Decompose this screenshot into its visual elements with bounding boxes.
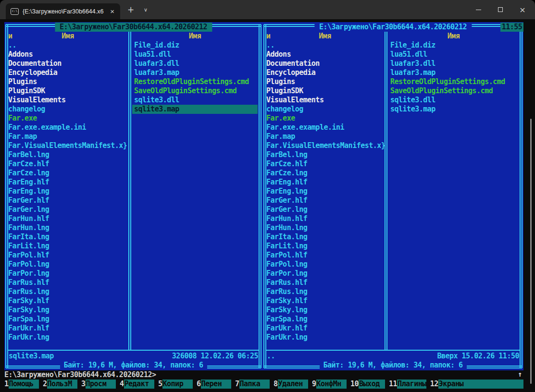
file-item[interactable]: FarGer.hlf bbox=[6, 196, 128, 205]
fkey-5-button[interactable]: 5Копир bbox=[158, 380, 197, 389]
file-item[interactable]: Far.exe.example.ini bbox=[264, 123, 385, 132]
file-item[interactable]: FarPor.lng bbox=[6, 269, 128, 278]
file-item[interactable]: FarSpa.lng bbox=[264, 315, 385, 324]
file-item[interactable]: FarPol.hlf bbox=[264, 251, 385, 260]
file-item[interactable]: Encyclopedia bbox=[264, 68, 385, 77]
fkey-11-button[interactable]: 11Плагины bbox=[389, 380, 430, 389]
file-item[interactable]: FarHun.hlf bbox=[6, 214, 128, 223]
file-item[interactable]: FarCze.hlf bbox=[264, 159, 385, 169]
file-item[interactable]: FarGer.lng bbox=[6, 205, 128, 214]
tab-dropdown-button[interactable]: ∨ bbox=[139, 0, 152, 19]
file-item[interactable]: SaveOldPluginSettings.cmd bbox=[132, 86, 258, 96]
file-item[interactable]: FarLit.lng bbox=[6, 242, 128, 251]
file-item[interactable]: changelog bbox=[6, 105, 128, 114]
file-item[interactable]: File_id.diz bbox=[388, 41, 519, 50]
file-item[interactable]: FarRus.hlf bbox=[6, 278, 128, 287]
fkey-2-button[interactable]: 2ПользМ bbox=[43, 380, 81, 389]
file-item[interactable]: FarSpa.lng bbox=[6, 315, 128, 324]
file-item[interactable]: FarRus.lng bbox=[6, 287, 128, 296]
file-item[interactable]: Plugins bbox=[6, 77, 128, 86]
file-item[interactable]: RestoreOldPluginSettings.cmd bbox=[132, 77, 258, 86]
file-item[interactable]: FarHun.hlf bbox=[264, 214, 385, 223]
file-item[interactable]: VisualElements bbox=[264, 96, 385, 105]
file-item[interactable]: FarUkr.hlf bbox=[6, 324, 128, 333]
file-item[interactable]: FarRus.hlf bbox=[264, 278, 385, 287]
file-item-selected[interactable]: sqlite3.map bbox=[132, 105, 258, 114]
file-item[interactable]: Encyclopedia bbox=[6, 68, 128, 77]
file-item[interactable]: FarEng.hlf bbox=[6, 178, 128, 187]
fkey-9-button[interactable]: 9КонфМн bbox=[312, 380, 350, 389]
fkey-10-button[interactable]: 10Выход bbox=[350, 380, 389, 389]
file-item[interactable]: FarEng.hlf bbox=[264, 178, 385, 187]
file-item[interactable]: Documentation bbox=[264, 59, 385, 68]
file-item[interactable]: Far.exe bbox=[6, 114, 128, 123]
file-item[interactable]: Far.VisualElementsManifest.x} bbox=[6, 141, 128, 150]
file-item[interactable]: FarPor.lng bbox=[264, 269, 385, 278]
file-item[interactable]: sqlite3.map bbox=[388, 105, 519, 114]
file-item[interactable]: FarSky.hlf bbox=[6, 296, 128, 306]
fkey-7-button[interactable]: 7Папка bbox=[235, 380, 274, 389]
file-item[interactable]: Far.exe.example.ini bbox=[6, 123, 128, 132]
file-item[interactable]: Far.map bbox=[264, 132, 385, 141]
new-tab-button[interactable]: + bbox=[124, 0, 137, 19]
file-item[interactable]: .. bbox=[6, 41, 128, 50]
file-item[interactable]: SaveOldPluginSettings.cmd bbox=[388, 86, 519, 96]
file-item[interactable]: PluginSDK bbox=[264, 86, 385, 96]
fkey-4-button[interactable]: 4Редакт bbox=[120, 380, 158, 389]
file-item[interactable]: FarIta.lng bbox=[6, 233, 128, 242]
file-item[interactable]: FarIta.lng bbox=[264, 233, 385, 242]
file-item[interactable]: FarUkr.hlf bbox=[264, 324, 385, 333]
file-item[interactable]: luafar3.dll bbox=[132, 59, 258, 68]
file-item[interactable]: .. bbox=[264, 41, 385, 50]
file-item[interactable]: Far.VisualElementsManifest.x} bbox=[264, 141, 385, 150]
file-item[interactable]: Addons bbox=[264, 50, 385, 59]
file-item[interactable]: PluginSDK bbox=[6, 86, 128, 96]
close-button[interactable]: × bbox=[511, 0, 534, 19]
file-item[interactable]: Plugins bbox=[264, 77, 385, 86]
fkey-1-button[interactable]: 1Помощь bbox=[4, 380, 43, 389]
minimize-button[interactable] bbox=[467, 0, 489, 19]
file-item[interactable]: File_id.diz bbox=[132, 41, 258, 50]
tab-close-icon[interactable]: × bbox=[109, 8, 115, 15]
file-item[interactable]: VisualElements bbox=[6, 96, 128, 105]
file-item[interactable]: Addons bbox=[6, 50, 128, 59]
file-item[interactable]: FarEng.lng bbox=[6, 187, 128, 196]
file-item[interactable]: FarCze.lng bbox=[6, 169, 128, 178]
file-item[interactable]: FarPol.hlf bbox=[6, 251, 128, 260]
file-item[interactable]: FarCze.hlf bbox=[6, 159, 128, 169]
file-item[interactable]: sqlite3.dll bbox=[132, 96, 258, 105]
file-item[interactable]: RestoreOldPluginSettings.cmd bbox=[388, 77, 519, 86]
file-item[interactable]: FarGer.hlf bbox=[264, 196, 385, 205]
file-item[interactable]: luafar3.dll bbox=[388, 59, 519, 68]
fkey-3-button[interactable]: 3Просм bbox=[81, 380, 120, 389]
file-item[interactable]: FarBel.lng bbox=[6, 150, 128, 159]
file-item[interactable]: FarUkr.lng bbox=[264, 333, 385, 342]
file-item[interactable]: FarGer.lng bbox=[264, 205, 385, 214]
fkey-12-button[interactable]: 12Экраны bbox=[430, 380, 523, 389]
file-item[interactable]: lua51.dll bbox=[388, 50, 519, 59]
file-item[interactable]: Far.map bbox=[6, 132, 128, 141]
file-item[interactable]: FarUkr.lng bbox=[6, 333, 128, 342]
file-item[interactable]: FarCze.lng bbox=[264, 169, 385, 178]
fkey-6-button[interactable]: 6Перен bbox=[197, 380, 235, 389]
file-item[interactable]: lua51.dll bbox=[132, 50, 258, 59]
file-item[interactable]: FarRus.lng bbox=[264, 287, 385, 296]
file-item[interactable]: FarHun.lng bbox=[6, 223, 128, 233]
terminal-tab[interactable]: c:\ {E:\Загружено\Far30b6644.x6 × bbox=[6, 3, 120, 19]
file-item[interactable]: luafar3.map bbox=[132, 68, 258, 77]
maximize-button[interactable] bbox=[489, 0, 511, 19]
scrollbar-thumb[interactable] bbox=[530, 119, 532, 384]
file-item[interactable]: FarSky.lng bbox=[6, 306, 128, 315]
file-item[interactable]: luafar3.map bbox=[388, 68, 519, 77]
file-item[interactable]: changelog bbox=[264, 105, 385, 114]
file-item[interactable]: Documentation bbox=[6, 59, 128, 68]
command-line[interactable]: E:\Загружено\Far30b6644.x64.20260212> bbox=[4, 370, 156, 380]
file-item[interactable]: FarHun.lng bbox=[264, 223, 385, 233]
file-item[interactable]: Far.exe bbox=[264, 114, 385, 123]
file-item[interactable]: FarLit.lng bbox=[264, 242, 385, 251]
file-item[interactable]: FarPol.lng bbox=[264, 260, 385, 269]
file-item[interactable]: FarSky.hlf bbox=[264, 296, 385, 306]
fkey-8-button[interactable]: 8Удален bbox=[274, 380, 312, 389]
file-item[interactable]: FarPol.lng bbox=[6, 260, 128, 269]
file-item[interactable]: FarBel.lng bbox=[264, 150, 385, 159]
